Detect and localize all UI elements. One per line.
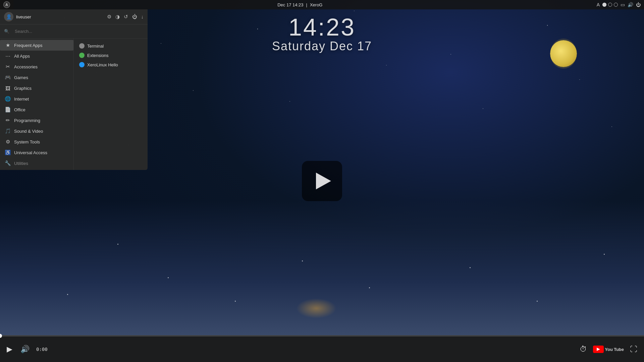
snow-particle (302, 260, 303, 261)
sidebar-item-office[interactable]: 📄 Office (0, 104, 73, 115)
app-menu: 👤 liveuser ⚙ ◑ ↺ ⏻ ↓ 🔍 ★ Frequent Apps ⋯ (0, 9, 148, 170)
snow-particle (117, 244, 118, 245)
app-item-extensions[interactable]: Extensions (76, 51, 145, 60)
snow-particle (537, 301, 538, 302)
xerolinux-hello-dot (79, 62, 85, 67)
sidebar-label-office: Office (14, 107, 25, 112)
topbar-distro: XeroG (310, 2, 323, 7)
topbar-input-method: A (597, 2, 600, 7)
app-item-xerolinux-hello[interactable]: XeroLinux Hello (76, 60, 145, 69)
extensions-label: Extensions (87, 53, 109, 58)
sidebar-label-sound-video: Sound & Video (14, 129, 43, 134)
status-circles (602, 3, 618, 7)
battery-icon[interactable]: ▭ (621, 2, 625, 7)
topbar-separator: | (306, 2, 307, 7)
sidebar-item-sound-video[interactable]: 🎵 Sound & Video (0, 126, 73, 136)
username-label: liveuser (16, 14, 31, 19)
app-launcher-button[interactable]: A (0, 0, 13, 9)
games-icon: 🎮 (5, 74, 11, 80)
snow-particle (67, 294, 68, 295)
search-row[interactable]: 🔍 (4, 27, 144, 36)
terminal-label: Terminal (87, 44, 104, 49)
header-icons: ⚙ ◑ ↺ ⏻ ↓ (107, 14, 144, 20)
sidebar-label-games: Games (14, 75, 28, 80)
status-circle-1 (602, 3, 606, 7)
avatar-icon: 👤 (6, 14, 12, 19)
search-container: 🔍 (0, 24, 148, 39)
apps-panel: Terminal Extensions XeroLinux Hello (74, 39, 148, 170)
clock-time: 14:23 (272, 13, 372, 41)
controls-row: ▶ 🔊 0:00 ⏱ YouTube ⛶ (0, 337, 644, 362)
snow-particle (235, 301, 236, 302)
office-icon: 📄 (5, 107, 11, 113)
search-icon: 🔍 (4, 29, 9, 34)
sidebar-label-graphics: Graphics (14, 86, 32, 91)
settings-icon[interactable]: ⚙ (107, 14, 111, 20)
progress-bar[interactable] (0, 335, 644, 337)
xerolinux-hello-label: XeroLinux Hello (87, 62, 118, 67)
theme-icon[interactable]: ◑ (115, 14, 120, 20)
sidebar-label-programming: Programming (14, 118, 40, 123)
terminal-dot (79, 43, 85, 49)
sidebar-item-universal-access[interactable]: ♿ Universal Access (0, 147, 73, 158)
clock-overlay: 14:23 Saturday Dec 17 (272, 13, 372, 53)
user-info: 👤 liveuser (4, 12, 31, 21)
snow-particle (369, 287, 370, 288)
fullscreen-button[interactable]: ⛶ (629, 344, 639, 355)
graphics-icon: 🖼 (5, 85, 11, 91)
sidebar-item-programming[interactable]: ✏ Programming (0, 115, 73, 126)
video-play-overlay[interactable] (302, 161, 342, 201)
sidebar-label-system-tools: System Tools (14, 139, 40, 144)
sidebar-item-games[interactable]: 🎮 Games (0, 72, 73, 83)
topbar-datetime: Dec 17 14:23 (277, 2, 303, 7)
moon (550, 40, 577, 70)
house-glow (296, 298, 336, 318)
sidebar-label-frequent-apps: Frequent Apps (14, 43, 43, 48)
app-item-terminal[interactable]: Terminal (76, 41, 145, 51)
volume-button[interactable]: 🔊 (19, 344, 31, 355)
time-display: 0:00 (36, 347, 48, 352)
youtube-logo: YouTube (593, 346, 624, 353)
user-avatar: 👤 (4, 12, 13, 21)
sidebar-item-frequent-apps[interactable]: ★ Frequent Apps (0, 40, 73, 51)
power-topbar-icon[interactable]: ⏻ (636, 2, 641, 7)
sidebar-item-accessories[interactable]: ✂ Accessories (0, 61, 73, 72)
sidebar-label-universal-access: Universal Access (14, 150, 47, 155)
launcher-circle-icon: A (3, 1, 10, 8)
youtube-label: You (605, 347, 613, 352)
youtube-icon (593, 346, 604, 353)
controls-right: ⏱ YouTube ⛶ (578, 344, 639, 355)
sidebar-item-internet[interactable]: 🌐 Internet (0, 94, 73, 104)
power-icon[interactable]: ⏻ (132, 14, 137, 20)
snow-particle (604, 254, 605, 255)
history-button[interactable]: ⏱ (578, 344, 588, 355)
snow-particle (168, 277, 169, 278)
extensions-dot (79, 53, 85, 58)
sidebar-item-graphics[interactable]: 🖼 Graphics (0, 83, 73, 94)
topbar: A Dec 17 14:23 | XeroG A ▭ 🔊 ⏻ (0, 0, 644, 9)
status-circle-2 (608, 3, 612, 7)
video-controls: ▶ 🔊 0:00 ⏱ YouTube ⛶ (0, 335, 644, 362)
volume-icon[interactable]: 🔊 (628, 2, 633, 7)
sidebar-label-all-apps: All Apps (14, 54, 30, 59)
all-apps-icon: ⋯ (5, 53, 11, 59)
topbar-right: A ▭ 🔊 ⏻ (597, 2, 641, 7)
sidebar-label-utilities: Utilities (14, 161, 28, 166)
menu-sidebar: ★ Frequent Apps ⋯ All Apps ✂ Accessories… (0, 39, 74, 170)
download-icon[interactable]: ↓ (141, 14, 144, 20)
sidebar-item-all-apps[interactable]: ⋯ All Apps (0, 51, 73, 61)
sidebar-label-internet: Internet (14, 97, 29, 102)
sidebar-item-system-tools[interactable]: ⚙ System Tools (0, 136, 73, 147)
internet-icon: 🌐 (5, 96, 11, 102)
status-circle-3 (614, 3, 618, 7)
search-input[interactable] (11, 27, 144, 36)
refresh-icon[interactable]: ↺ (124, 14, 128, 20)
sound-video-icon: 🎵 (5, 128, 11, 134)
sidebar-item-utilities[interactable]: 🔧 Utilities (0, 158, 73, 169)
programming-icon: ✏ (5, 117, 11, 123)
sidebar-label-accessories: Accessories (14, 64, 38, 69)
universal-access-icon: ♿ (5, 149, 11, 156)
play-button[interactable]: ▶ (5, 344, 14, 355)
utilities-icon: 🔧 (5, 160, 11, 166)
accessories-icon: ✂ (5, 64, 11, 70)
